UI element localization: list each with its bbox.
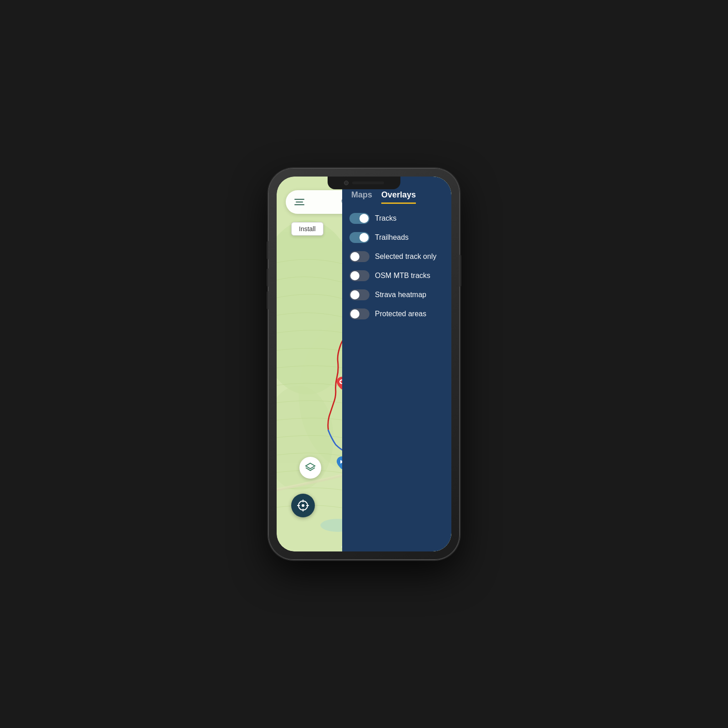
toggle-knob-tracks <box>359 214 369 223</box>
toggle-label-strava: Strava heatmap <box>375 291 426 299</box>
toggle-list: Tracks Trailheads <box>342 213 451 319</box>
phone-inner: 🔍 12 / 4444 Install <box>277 177 451 551</box>
svg-point-15 <box>302 504 304 507</box>
tab-maps[interactable]: Maps <box>351 190 372 204</box>
filter-line-3 <box>294 204 304 205</box>
install-button[interactable]: Install <box>291 222 324 236</box>
layers-button[interactable] <box>299 457 321 479</box>
tabs-row: Maps Overlays <box>342 190 451 204</box>
filter-line-1 <box>294 199 304 200</box>
toggle-knob-trailheads <box>359 233 369 242</box>
phone-frame: 🔍 12 / 4444 Install <box>268 168 460 560</box>
toggle-row-selected-track: Selected track only <box>349 251 444 262</box>
toggle-strava[interactable] <box>349 289 369 300</box>
toggle-label-selected-track: Selected track only <box>375 253 436 261</box>
gps-icon <box>297 500 309 511</box>
toggle-osm-mtb[interactable] <box>349 270 369 281</box>
toggle-tracks[interactable] <box>349 213 369 224</box>
toggle-label-protected: Protected areas <box>375 310 426 318</box>
toggle-row-strava: Strava heatmap <box>349 289 444 300</box>
overlay-panel: Maps Overlays Tracks <box>342 177 451 551</box>
filter-line-2 <box>296 202 303 202</box>
toggle-row-osm-mtb: OSM MTB tracks <box>349 270 444 281</box>
toggle-knob-strava <box>350 290 359 299</box>
tab-overlays[interactable]: Overlays <box>381 190 416 204</box>
toggle-selected-track[interactable] <box>349 251 369 262</box>
notch <box>328 177 400 189</box>
camera <box>344 181 349 185</box>
screen: 🔍 12 / 4444 Install <box>277 177 451 551</box>
filter-button[interactable] <box>291 194 308 210</box>
toggle-label-trailheads: Trailheads <box>375 233 409 242</box>
toggle-row-tracks: Tracks <box>349 213 444 224</box>
gps-button[interactable] <box>291 494 315 517</box>
map-area: 🔍 12 / 4444 Install <box>277 177 451 551</box>
toggle-row-protected: Protected areas <box>349 308 444 319</box>
toggle-row-trailheads: Trailheads <box>349 232 444 243</box>
speaker <box>352 182 384 184</box>
toggle-label-tracks: Tracks <box>375 214 396 222</box>
toggle-protected[interactable] <box>349 308 369 319</box>
toggle-label-osm-mtb: OSM MTB tracks <box>375 272 430 280</box>
toggle-knob-selected-track <box>350 252 359 261</box>
toggle-knob-protected <box>350 309 359 318</box>
layers-icon <box>305 462 316 473</box>
toggle-knob-osm-mtb <box>350 271 359 280</box>
toggle-trailheads[interactable] <box>349 232 369 243</box>
